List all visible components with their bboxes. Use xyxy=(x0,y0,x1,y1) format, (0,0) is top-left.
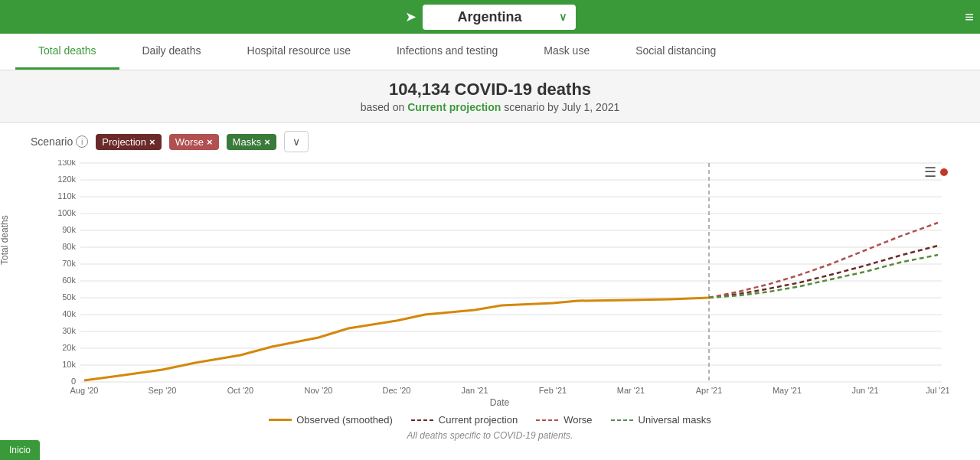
legend-line-worse xyxy=(536,419,559,421)
svg-text:80k: 80k xyxy=(62,242,76,251)
legend-label-observed: Observed (smoothed) xyxy=(296,414,393,426)
legend-label-masks: Universal masks xyxy=(639,414,711,426)
svg-text:60k: 60k xyxy=(62,276,76,285)
svg-text:Nov '20: Nov '20 xyxy=(305,386,333,395)
tab-social-distancing[interactable]: Social distancing xyxy=(612,34,739,70)
legend-item-projection: Current projection xyxy=(411,414,518,426)
header-menu-icon[interactable]: ≡ xyxy=(965,8,974,26)
tab-infections-testing[interactable]: Infections and testing xyxy=(374,34,521,70)
tab-hospital-resource-use[interactable]: Hospital resource use xyxy=(224,34,374,70)
location-name: Argentina xyxy=(457,9,521,25)
location-arrow-icon: ➤ xyxy=(405,8,416,25)
svg-text:120k: 120k xyxy=(57,175,76,184)
tag-worse[interactable]: Worse × xyxy=(169,134,219,150)
summary-bar: 104,134 COVID-19 deaths based on Current… xyxy=(0,70,980,123)
svg-text:Dec '20: Dec '20 xyxy=(383,386,411,395)
svg-text:0: 0 xyxy=(71,377,76,386)
svg-text:10k: 10k xyxy=(62,360,76,369)
svg-text:30k: 30k xyxy=(62,326,76,335)
x-axis-label: Date xyxy=(42,397,957,408)
svg-text:Apr '21: Apr '21 xyxy=(696,386,723,395)
main-stat: 104,134 COVID-19 deaths xyxy=(9,80,971,100)
svg-text:100k: 100k xyxy=(57,208,76,217)
scenario-row: Scenario i Projection × Worse × Masks × … xyxy=(0,123,980,160)
tab-bar: Total deaths Daily deaths Hospital resou… xyxy=(0,34,980,70)
tag-projection-label: Projection xyxy=(102,136,146,148)
svg-text:Aug '20: Aug '20 xyxy=(70,386,99,395)
svg-text:Oct '20: Oct '20 xyxy=(227,386,254,395)
tag-worse-close[interactable]: × xyxy=(207,136,213,148)
legend-line-observed xyxy=(269,419,292,421)
svg-text:90k: 90k xyxy=(62,225,76,234)
svg-point-43 xyxy=(940,168,948,176)
tag-masks[interactable]: Masks × xyxy=(227,134,276,150)
svg-text:70k: 70k xyxy=(62,259,76,268)
svg-text:130k: 130k xyxy=(57,160,76,167)
svg-text:20k: 20k xyxy=(62,343,76,352)
svg-text:50k: 50k xyxy=(62,292,76,302)
y-axis-label: Total deaths xyxy=(0,215,10,265)
chevron-down-icon: ∨ xyxy=(559,11,567,23)
svg-text:Sep '20: Sep '20 xyxy=(149,386,177,395)
legend-item-worse: Worse xyxy=(536,414,592,426)
svg-text:Jan '21: Jan '21 xyxy=(461,386,488,395)
svg-text:Feb '21: Feb '21 xyxy=(539,386,567,395)
svg-text:Mar '21: Mar '21 xyxy=(617,386,645,395)
svg-text:☰: ☰ xyxy=(924,165,936,180)
tag-worse-label: Worse xyxy=(175,136,204,148)
chart-container: Total deaths .grid-line { stroke: #e0e0e… xyxy=(0,160,980,408)
sub-text: based on Current projection scenario by … xyxy=(9,101,971,113)
svg-text:40k: 40k xyxy=(62,309,76,318)
tab-total-deaths[interactable]: Total deaths xyxy=(15,34,119,70)
svg-text:Jun '21: Jun '21 xyxy=(851,386,878,395)
legend-label-projection: Current projection xyxy=(439,414,518,426)
legend-label-worse: Worse xyxy=(564,414,592,426)
tab-mask-use[interactable]: Mask use xyxy=(521,34,612,70)
location-selector[interactable]: Argentina ∨ xyxy=(423,5,576,30)
tag-projection-close[interactable]: × xyxy=(149,136,155,148)
legend-line-projection xyxy=(411,419,434,421)
tag-masks-label: Masks xyxy=(233,136,262,148)
bottom-bar[interactable]: Inicio xyxy=(0,440,40,460)
scenario-label: Scenario i xyxy=(31,135,88,148)
tab-daily-deaths[interactable]: Daily deaths xyxy=(119,34,224,70)
legend-item-observed: Observed (smoothed) xyxy=(269,414,393,426)
legend: Observed (smoothed) Current projection W… xyxy=(0,408,980,429)
legend-line-masks xyxy=(611,419,634,421)
tag-projection[interactable]: Projection × xyxy=(96,134,161,150)
header: ➤ Argentina ∨ ≡ xyxy=(0,0,980,34)
svg-text:Jul '21: Jul '21 xyxy=(926,386,949,395)
svg-text:May '21: May '21 xyxy=(773,386,802,395)
chart-svg: .grid-line { stroke: #e0e0e0; stroke-wid… xyxy=(42,160,949,397)
scenario-dropdown[interactable]: ∨ xyxy=(284,131,309,152)
svg-text:110k: 110k xyxy=(57,191,76,201)
scenario-info-icon[interactable]: i xyxy=(76,135,88,148)
tag-masks-close[interactable]: × xyxy=(264,136,270,148)
highlight-projection: Current projection xyxy=(407,101,501,113)
disclaimer: All deaths specific to COVID-19 patients… xyxy=(0,429,980,445)
legend-item-masks: Universal masks xyxy=(611,414,711,426)
